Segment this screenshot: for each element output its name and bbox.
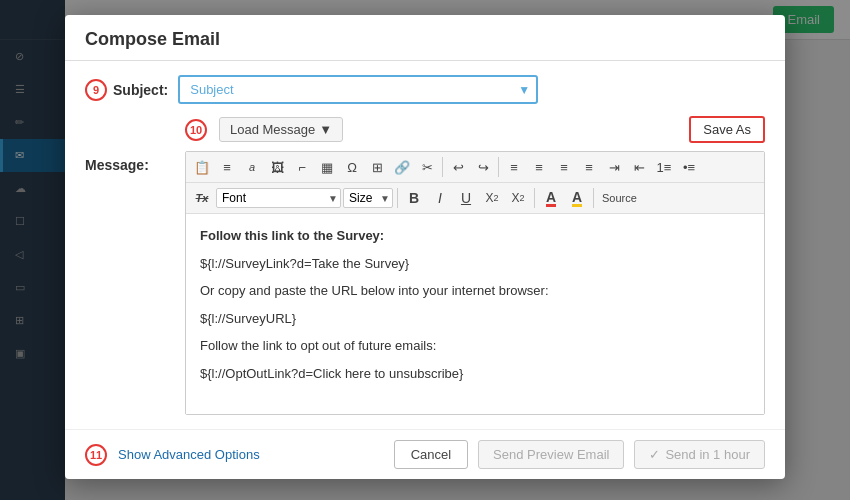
message-row: Message: 📋 ≡ a 🖼 ⌐ ▦ Ω ⊞ 🔗: [85, 151, 765, 415]
save-as-button[interactable]: Save As: [689, 116, 765, 143]
tb-link-btn[interactable]: 🔗: [390, 155, 414, 179]
tb-ul-btn[interactable]: •≡: [677, 155, 701, 179]
modal-footer: 11 Show Advanced Options Cancel Send Pre…: [65, 429, 785, 479]
tb-table-btn[interactable]: ▦: [315, 155, 339, 179]
modal-title: Compose Email: [85, 29, 765, 50]
editor-container: 📋 ≡ a 🖼 ⌐ ▦ Ω ⊞ 🔗 ✂ ↩ ↪ ≡: [185, 151, 765, 415]
tb-indent-btn[interactable]: ⇥: [602, 155, 626, 179]
tb-sep5: [593, 188, 594, 208]
tb-list-ol-btn[interactable]: ≡: [215, 155, 239, 179]
tb-justify-btn[interactable]: ≡: [577, 155, 601, 179]
font-color-icon: A: [546, 190, 556, 207]
tb-subscript-btn[interactable]: X2: [480, 186, 504, 210]
compose-email-modal: Compose Email 9 Subject: Subject ▼ 10: [65, 15, 785, 479]
message-label-col: Message:: [85, 151, 185, 173]
tb-anchor-btn[interactable]: a: [240, 155, 264, 179]
checkmark-icon: ✓: [649, 447, 660, 462]
load-message-arrow: ▼: [319, 122, 332, 137]
subject-label: Subject:: [113, 82, 168, 98]
tb-source-btn[interactable]: Source: [598, 186, 641, 210]
toolbar-row1: 📋 ≡ a 🖼 ⌐ ▦ Ω ⊞ 🔗 ✂ ↩ ↪ ≡: [186, 152, 764, 183]
message-label: Message:: [85, 155, 149, 173]
tb-bold-btn[interactable]: B: [402, 186, 426, 210]
tb-sep4: [534, 188, 535, 208]
font-select[interactable]: Font Arial Times New Roman: [216, 188, 341, 208]
editor-line4: Or copy and paste the URL below into you…: [200, 281, 750, 301]
tb-undo-btn[interactable]: ↩: [446, 155, 470, 179]
editor-line1: Follow this link to the Survey:: [200, 228, 384, 243]
cancel-button[interactable]: Cancel: [394, 440, 468, 469]
editor-line5: ${l://SurveyURL}: [200, 309, 750, 329]
bg-color-icon: A: [572, 190, 582, 207]
tb-superscript-btn[interactable]: X2: [506, 186, 530, 210]
tb-paste-btn[interactable]: 📋: [190, 155, 214, 179]
subject-row: 9 Subject: Subject ▼: [85, 75, 765, 104]
send-preview-button[interactable]: Send Preview Email: [478, 440, 624, 469]
tb-table2-btn[interactable]: ⊞: [365, 155, 389, 179]
tb-align-left-btn[interactable]: ≡: [502, 155, 526, 179]
tb-underline-btn[interactable]: U: [454, 186, 478, 210]
editor-line2: ${l://SurveyLink?d=Take the Survey}: [200, 254, 750, 274]
tb-image-btn[interactable]: 🖼: [265, 155, 289, 179]
font-select-wrap: Font Arial Times New Roman ▼: [216, 188, 341, 208]
tb-ol-btn[interactable]: 1≡: [652, 155, 676, 179]
size-select-wrap: Size 8101214 ▼: [343, 188, 393, 208]
modal-body: 9 Subject: Subject ▼ 10 Load Message ▼: [65, 61, 785, 429]
tb-pagebreak-btn[interactable]: ⌐: [290, 155, 314, 179]
step-10-circle: 10: [185, 119, 207, 141]
step-11-circle: 11: [85, 444, 107, 466]
modal-overlay: Compose Email 9 Subject: Subject ▼ 10: [0, 0, 850, 500]
tb-align-right-btn[interactable]: ≡: [552, 155, 576, 179]
subject-select[interactable]: Subject: [178, 75, 538, 104]
toolbar-row2: Tx Font Arial Times New Roman ▼ Size: [186, 183, 764, 214]
subject-select-wrapper: Subject ▼: [178, 75, 538, 104]
tb-bg-color-btn[interactable]: A: [565, 186, 589, 210]
editor-line8: ${l://OptOutLink?d=Click here to unsubsc…: [200, 364, 750, 384]
load-message-button[interactable]: Load Message ▼: [219, 117, 343, 142]
tb-font-color-btn[interactable]: A: [539, 186, 563, 210]
tb-sep3: [397, 188, 398, 208]
modal-header: Compose Email: [65, 15, 785, 61]
tb-separator1: [442, 157, 443, 177]
tb-clear-format-btn[interactable]: Tx: [190, 186, 214, 210]
tb-align-center-btn[interactable]: ≡: [527, 155, 551, 179]
step-9-circle: 9: [85, 79, 107, 101]
send-button[interactable]: ✓ Send in 1 hour: [634, 440, 765, 469]
tb-unlink-btn[interactable]: ✂: [415, 155, 439, 179]
tb-separator2: [498, 157, 499, 177]
tb-redo-btn[interactable]: ↪: [471, 155, 495, 179]
tb-outdent-btn[interactable]: ⇤: [627, 155, 651, 179]
tb-specialchar-btn[interactable]: Ω: [340, 155, 364, 179]
editor-content[interactable]: Follow this link to the Survey: ${l://Su…: [186, 214, 764, 414]
tb-italic-btn[interactable]: I: [428, 186, 452, 210]
load-save-row: 10 Load Message ▼ Save As: [185, 116, 765, 143]
size-select[interactable]: Size 8101214: [343, 188, 393, 208]
show-advanced-link[interactable]: Show Advanced Options: [118, 447, 260, 462]
editor-line7: Follow the link to opt out of future ema…: [200, 336, 750, 356]
footer-actions: Cancel Send Preview Email ✓ Send in 1 ho…: [394, 440, 765, 469]
